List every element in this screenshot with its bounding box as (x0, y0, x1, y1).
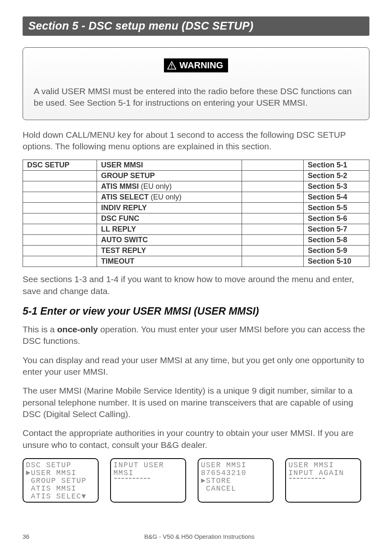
warning-box: WARNING A valid USER MMSI must be entere… (23, 47, 369, 120)
table-col2: TIMEOUT (97, 256, 242, 267)
warning-label-text: WARNING (180, 60, 223, 71)
table-row: ATIS SELECT (EU only)Section 5-4 (23, 192, 369, 203)
table-col4: Section 5-3 (304, 181, 369, 192)
lcd-line: MMSI (113, 469, 183, 477)
table-col2: DSC FUNC (97, 213, 242, 224)
table-col2: USER MMSI (97, 160, 242, 171)
svg-point-1 (171, 67, 172, 68)
table-col1 (23, 192, 97, 203)
lcd-screen: INPUT USERMMSI (110, 458, 186, 503)
table-col1 (23, 213, 97, 224)
lcd-screen: USER MMSI876543210►STORE CANCEL (198, 458, 274, 503)
table-col1 (23, 235, 97, 246)
section-title: Section 5 - DSC setup menu (DSC SETUP) (28, 20, 364, 32)
table-row: GROUP SETUPSection 5-2 (23, 171, 369, 181)
table-row: AUTO SWITCSection 5-8 (23, 235, 369, 246)
lcd-cursor (289, 478, 326, 479)
table-col3 (242, 181, 304, 192)
table-col4: Section 5-1 (304, 160, 369, 171)
table-row: INDIV REPLYSection 5-5 (23, 203, 369, 213)
table-col2: ATIS MMSI (EU only) (97, 181, 242, 192)
table-col4: Section 5-5 (304, 203, 369, 213)
table-row: DSC SETUPUSER MMSISection 5-1 (23, 160, 369, 171)
page-footer: 36 B&G - V50 & H50 Operation Instruction… (23, 533, 369, 540)
paragraph-3: The user MMSI (Marine Mobile Service Ide… (23, 385, 369, 420)
table-col2: TEST REPLY (97, 246, 242, 256)
lcd-line: INPUT USER (113, 461, 183, 469)
lcd-screens-row: DSC SETUP►USER MMSI GROUP SETUP ATIS MMS… (23, 458, 369, 503)
lcd-line: GROUP SETUP (26, 477, 95, 485)
table-col4: Section 5-10 (304, 256, 369, 267)
post-table-paragraph: See sections 1-3 and 1-4 if you want to … (23, 274, 369, 297)
table-col1 (23, 246, 97, 256)
warning-label: WARNING (164, 58, 228, 72)
lcd-line: USER MMSI (288, 461, 358, 469)
table-col2: INDIV REPLY (97, 203, 242, 213)
table-row: DSC FUNCSection 5-6 (23, 213, 369, 224)
lcd-line: ►USER MMSI (26, 469, 95, 477)
table-col4: Section 5-7 (304, 224, 369, 235)
table-row: TIMEOUTSection 5-10 (23, 256, 369, 267)
lcd-line: 876543210 (201, 469, 270, 477)
table-col3 (242, 224, 304, 235)
table-col3 (242, 213, 304, 224)
table-col1 (23, 181, 97, 192)
page-number: 36 (23, 533, 30, 540)
p1-part-a: This is a (23, 325, 57, 334)
warning-body: A valid USER MMSI must be entered into t… (34, 86, 358, 109)
lcd-cursor (114, 478, 151, 479)
lcd-line: ATIS SELEC▼ (26, 493, 95, 501)
table-col4: Section 5-8 (304, 235, 369, 246)
table-col4: Section 5-4 (304, 192, 369, 203)
lcd-screen: USER MMSIINPUT AGAIN (285, 458, 361, 503)
table-row: TEST REPLYSection 5-9 (23, 246, 369, 256)
lcd-line: USER MMSI (201, 461, 270, 469)
p1-part-b: once-only (57, 325, 98, 334)
lcd-line: ATIS MMSI (26, 485, 95, 493)
table-row: LL REPLYSection 5-7 (23, 224, 369, 235)
intro-paragraph: Hold down CALL/MENU key for about 1 seco… (23, 129, 369, 153)
lcd-line: INPUT AGAIN (288, 469, 358, 477)
table-col2: LL REPLY (97, 224, 242, 235)
table-col3 (242, 192, 304, 203)
table-col3 (242, 246, 304, 256)
table-col3 (242, 160, 304, 171)
lcd-screen: DSC SETUP►USER MMSI GROUP SETUP ATIS MMS… (23, 458, 99, 503)
table-col2: GROUP SETUP (97, 171, 242, 181)
table-col2: AUTO SWITC (97, 235, 242, 246)
table-row: ATIS MMSI (EU only)Section 5-3 (23, 181, 369, 192)
paragraph-2: You can display and read your user MMSI … (23, 355, 369, 378)
table-col4: Section 5-9 (304, 246, 369, 256)
table-col3 (242, 203, 304, 213)
table-col3 (242, 235, 304, 246)
table-col1 (23, 171, 97, 181)
table-col1: DSC SETUP (23, 160, 97, 171)
paragraph-4: Contact the appropriate authorities in y… (23, 427, 369, 451)
table-col3 (242, 171, 304, 181)
table-col4: Section 5-2 (304, 171, 369, 181)
lcd-line: DSC SETUP (26, 461, 95, 469)
paragraph-1: This is a once-only operation. You must … (23, 324, 369, 347)
footer-text: B&G - V50 & H50 Operation Instructions (30, 533, 369, 540)
warning-triangle-icon (167, 61, 176, 70)
lcd-line: CANCEL (201, 485, 270, 493)
table-col1 (23, 203, 97, 213)
table-col1 (23, 224, 97, 235)
table-col4: Section 5-6 (304, 213, 369, 224)
table-col1 (23, 256, 97, 267)
table-col3 (242, 256, 304, 267)
dsc-setup-table: DSC SETUPUSER MMSISection 5-1GROUP SETUP… (23, 160, 369, 267)
table-col2: ATIS SELECT (EU only) (97, 192, 242, 203)
subsection-heading: 5-1 Enter or view your USER MMSI (USER M… (23, 305, 369, 317)
section-banner: Section 5 - DSC setup menu (DSC SETUP) (23, 16, 369, 36)
lcd-line: ►STORE (201, 477, 270, 485)
